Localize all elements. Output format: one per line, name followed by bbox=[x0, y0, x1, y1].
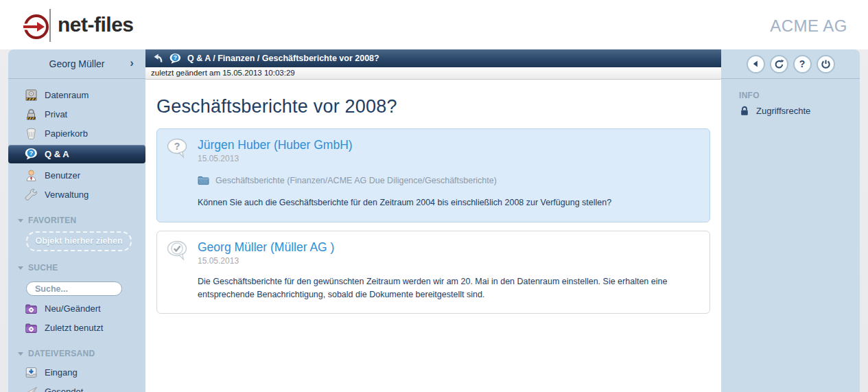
collapse-triangle-icon bbox=[18, 352, 23, 356]
favorites-section-header[interactable]: FAVORITEN bbox=[8, 204, 145, 229]
sidebar-item-verwaltung[interactable]: Verwaltung bbox=[8, 185, 145, 204]
sidebar-item-datenraum[interactable]: Datenraum bbox=[8, 85, 145, 104]
collapse-triangle-icon bbox=[18, 219, 23, 222]
refresh-button[interactable] bbox=[770, 55, 788, 73]
paper-plane-icon bbox=[25, 385, 38, 392]
svg-text:?: ? bbox=[29, 149, 33, 157]
sidebar-item-zuletzt-benutzt[interactable]: Zuletzt benutzt bbox=[8, 318, 145, 337]
question-card: ? Jürgen Huber (Huber GmbH) 15.05.2013 G… bbox=[156, 128, 710, 222]
user-icon bbox=[25, 169, 38, 182]
refresh-icon bbox=[774, 59, 784, 69]
sidebar: Georg Müller › Datenraum bbox=[8, 49, 145, 392]
question-date: 15.05.2013 bbox=[198, 154, 353, 163]
answer-date: 15.05.2013 bbox=[198, 256, 334, 266]
sidebar-item-label: Neu/Geändert bbox=[45, 303, 101, 314]
question-folder-link[interactable]: Geschäftsberichte (Finanzen/ACME AG Due … bbox=[198, 175, 700, 185]
answer-card: Georg Müller (Müller AG ) 15.05.2013 Die… bbox=[156, 231, 710, 314]
back-icon bbox=[751, 59, 760, 69]
collapse-triangle-icon bbox=[18, 266, 23, 270]
sidebar-item-label: Eingang bbox=[45, 367, 78, 378]
answer-check-bubble-icon bbox=[167, 240, 190, 262]
inbox-icon bbox=[25, 366, 38, 379]
net-files-logo-icon bbox=[22, 8, 54, 42]
sidebar-item-label: Privat bbox=[45, 109, 67, 119]
sidebar-item-label: Gesendet bbox=[45, 387, 83, 392]
net-files-logo: net-files bbox=[22, 8, 134, 42]
help-icon: ? bbox=[799, 59, 806, 69]
svg-text:?: ? bbox=[174, 54, 177, 61]
breadcrumb-bar: ? Q & A / Finanzen / Geschäftsberichte v… bbox=[145, 49, 721, 67]
info-item-label: Zugriffsrechte bbox=[756, 106, 810, 116]
back-button[interactable] bbox=[747, 55, 765, 73]
lock-icon bbox=[25, 108, 38, 121]
sidebar-item-label: Datenraum bbox=[45, 90, 89, 100]
page-title: Geschäftsberichte vor 2008? bbox=[156, 96, 710, 117]
sidebar-nav: Datenraum Privat bbox=[8, 79, 145, 204]
user-menu[interactable]: Georg Müller › bbox=[8, 49, 145, 79]
fileshare-section-header[interactable]: DATEIVERSAND bbox=[8, 337, 145, 362]
qa-bubble-icon: ? bbox=[169, 53, 181, 65]
favorites-dropzone[interactable]: Objekt hierher ziehen bbox=[26, 231, 132, 251]
sidebar-item-privat[interactable]: Privat bbox=[8, 104, 145, 124]
question-folder-path: Geschäftsberichte (Finanzen/ACME AG Due … bbox=[215, 176, 497, 185]
sidebar-item-label: Papierkorb bbox=[45, 128, 88, 139]
search-input[interactable] bbox=[26, 281, 122, 296]
favorites-title: FAVORITEN bbox=[28, 216, 76, 225]
power-icon bbox=[821, 59, 831, 69]
info-panel: ? INFO Zugriffsrechte bbox=[721, 49, 860, 392]
safe-icon bbox=[25, 89, 38, 102]
user-name: Georg Müller bbox=[49, 58, 105, 69]
sidebar-item-label: Verwaltung bbox=[45, 189, 89, 200]
sidebar-item-neu-geaendert[interactable]: Neu/Geändert bbox=[8, 299, 145, 318]
question-text: Können Sie auch die Geschäftsberichte fü… bbox=[198, 196, 679, 209]
sidebar-item-label: Zuletzt benutzt bbox=[45, 323, 103, 333]
sidebar-item-benutzer[interactable]: Benutzer bbox=[8, 165, 145, 185]
fileshare-title: DATEIVERSAND bbox=[28, 349, 95, 358]
wrench-icon bbox=[25, 188, 38, 201]
answer-text: Die Geschäftsberichte für den gewünschte… bbox=[198, 275, 679, 302]
logo-wordmark: net-files bbox=[58, 13, 134, 36]
chevron-right-icon[interactable]: › bbox=[130, 57, 134, 69]
question-bubble-icon: ? bbox=[167, 138, 190, 159]
sidebar-item-papierkorb[interactable]: Papierkorb bbox=[8, 124, 145, 143]
sidebar-item-label: Benutzer bbox=[45, 170, 80, 181]
sidebar-item-gesendet[interactable]: Gesendet bbox=[8, 382, 145, 392]
question-author-link[interactable]: Jürgen Huber (Huber GmbH) bbox=[198, 138, 353, 152]
search-title: SUCHE bbox=[28, 263, 58, 273]
smart-folder-icon bbox=[25, 302, 38, 315]
logout-button[interactable] bbox=[817, 55, 835, 73]
breadcrumb[interactable]: Q & A / Finanzen / Geschäftsberichte vor… bbox=[187, 54, 379, 63]
info-item-zugriffsrechte[interactable]: Zugriffsrechte bbox=[721, 105, 860, 117]
panel-actions: ? bbox=[721, 49, 860, 79]
qa-thread: Geschäftsberichte vor 2008? ? Jürgen Hub… bbox=[145, 80, 721, 314]
account-name: ACME AG bbox=[770, 16, 847, 36]
qa-bubble-icon: ? bbox=[25, 148, 38, 161]
sidebar-item-qa[interactable]: ? Q & A bbox=[8, 145, 145, 163]
go-up-icon[interactable] bbox=[152, 53, 163, 64]
search-section-header[interactable]: SUCHE bbox=[8, 251, 145, 277]
help-button[interactable]: ? bbox=[793, 55, 812, 73]
lock-icon bbox=[739, 105, 750, 117]
svg-text:?: ? bbox=[174, 141, 180, 152]
smart-folder-icon bbox=[25, 321, 38, 334]
last-modified-bar: zuletzt geändert am 15.05.2013 10:03:29 bbox=[145, 67, 721, 80]
sidebar-item-label: Q & A bbox=[45, 149, 69, 159]
app-header: net-files ACME AG bbox=[0, 0, 868, 49]
folder-icon bbox=[198, 175, 209, 185]
answer-author-link[interactable]: Georg Müller (Müller AG ) bbox=[198, 240, 334, 254]
info-panel-title: INFO bbox=[721, 79, 860, 105]
main-content: ? Q & A / Finanzen / Geschäftsberichte v… bbox=[145, 49, 721, 392]
trash-icon bbox=[25, 127, 38, 140]
sidebar-item-eingang[interactable]: Eingang bbox=[8, 362, 145, 382]
workspace: Georg Müller › Datenraum bbox=[8, 49, 860, 392]
